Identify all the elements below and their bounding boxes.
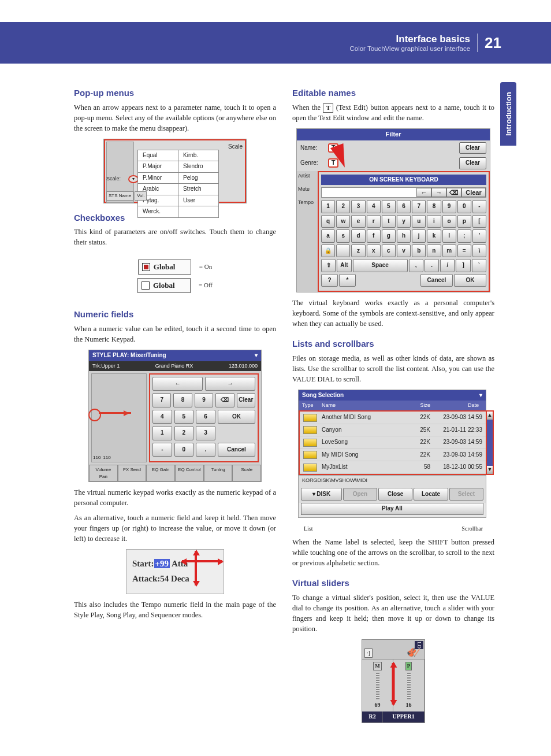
tab-tuning[interactable]: Tuning: [204, 465, 233, 481]
key-2[interactable]: 2: [336, 200, 350, 213]
key-u[interactable]: u: [412, 215, 426, 228]
key-clear[interactable]: Clear: [237, 393, 255, 407]
key-backtick[interactable]: `: [472, 259, 486, 272]
backspace-button[interactable]: ⌫: [446, 188, 461, 197]
key-6[interactable]: 6: [397, 200, 411, 213]
key-j[interactable]: j: [412, 229, 426, 243]
list-item[interactable]: MyJbxList5818-12-10 00:55: [300, 461, 486, 474]
key-nav-right[interactable]: →: [205, 377, 255, 391]
key-0[interactable]: 0: [457, 200, 471, 213]
locate-button[interactable]: Locate: [414, 488, 448, 501]
key--[interactable]: -: [472, 200, 486, 213]
open-button[interactable]: Open: [343, 488, 377, 501]
key-slash[interactable]: /: [440, 259, 455, 272]
key-space[interactable]: Space: [353, 259, 408, 272]
caret-right-button[interactable]: →: [431, 188, 446, 197]
key-cancel[interactable]: Cancel: [218, 443, 255, 457]
key-3[interactable]: 3: [351, 200, 365, 213]
key-t[interactable]: t: [382, 215, 396, 228]
keyboard-ok-button[interactable]: OK: [454, 274, 486, 287]
tab-eq-gain[interactable]: EQ Gain: [146, 465, 175, 481]
disk-button[interactable]: ▾ DISK: [301, 488, 342, 501]
key-ok[interactable]: OK: [218, 410, 255, 424]
key-8[interactable]: 8: [173, 393, 192, 407]
key-s[interactable]: s: [336, 229, 350, 243]
key-dot[interactable]: .: [196, 443, 215, 457]
key-2[interactable]: 2: [174, 426, 194, 440]
key-question[interactable]: ?: [321, 274, 338, 287]
key-7[interactable]: 7: [152, 393, 171, 407]
key-x[interactable]: x: [367, 244, 381, 258]
key-[[interactable]: [: [472, 215, 486, 228]
key-5[interactable]: 5: [174, 410, 194, 424]
key-h[interactable]: h: [397, 229, 411, 243]
menu-dropdown-icon[interactable]: ▾: [255, 351, 258, 360]
key-e[interactable]: e: [351, 215, 365, 228]
keyboard-cancel-button[interactable]: Cancel: [420, 274, 453, 287]
list-item[interactable]: LoveSong22K23-09-03 14:59: [300, 436, 486, 449]
key-8[interactable]: 8: [427, 200, 441, 213]
key-1[interactable]: 1: [321, 200, 335, 213]
key-r[interactable]: r: [367, 215, 381, 228]
key-g[interactable]: g: [382, 229, 396, 243]
list-item[interactable]: Canyon25K21-01-11 22:33: [300, 424, 486, 437]
key-0[interactable]: 0: [174, 443, 194, 457]
key-f[interactable]: f: [367, 229, 381, 243]
slider-tracks[interactable]: M69 P16: [362, 659, 425, 711]
clear-input-button[interactable]: Clear: [461, 188, 486, 197]
key-backspace[interactable]: ⌫: [215, 393, 234, 407]
key-4[interactable]: 4: [367, 200, 381, 213]
keyboard-input[interactable]: ← → ⌫ Clear: [321, 187, 486, 198]
key-5[interactable]: 5: [382, 200, 396, 213]
popup-options-table[interactable]: EqualKirnb. P.MajorSlendro P.MinorPelog …: [137, 150, 219, 218]
key-period[interactable]: .: [425, 259, 439, 272]
menu-dropdown-icon[interactable]: ▾: [479, 391, 482, 400]
key-b[interactable]: b: [412, 244, 426, 258]
key-minus[interactable]: -: [152, 443, 172, 457]
key-o[interactable]: o: [442, 215, 456, 228]
key-blank[interactable]: [336, 244, 350, 258]
key-🔒[interactable]: 🔒: [321, 244, 335, 258]
key-9[interactable]: 9: [442, 200, 456, 213]
key-1[interactable]: 1: [152, 426, 172, 440]
key-c[interactable]: c: [382, 244, 396, 258]
scroll-down-icon[interactable]: ▼: [487, 466, 493, 474]
key-v[interactable]: v: [397, 244, 411, 258]
tab-volume-pan[interactable]: Volume Pan: [89, 465, 118, 481]
key-shift[interactable]: ⇧: [321, 259, 336, 272]
key-y[interactable]: y: [397, 215, 411, 228]
list-item[interactable]: Another MIDI Song22K23-09-03 14:59: [300, 412, 486, 424]
key-z[interactable]: z: [351, 244, 365, 258]
tab-scale[interactable]: Scale: [232, 465, 261, 481]
key-i[interactable]: i: [427, 215, 441, 228]
key-w[interactable]: w: [336, 215, 350, 228]
key-bracket[interactable]: ]: [456, 259, 470, 272]
key-9[interactable]: 9: [195, 393, 213, 407]
key-l[interactable]: l: [442, 229, 456, 243]
key-alt[interactable]: Alt: [337, 259, 351, 272]
checkbox-off[interactable]: Global: [137, 278, 191, 293]
key-asterisk[interactable]: *: [339, 274, 356, 287]
key-n[interactable]: n: [427, 244, 441, 258]
key-comma[interactable]: ,: [409, 259, 423, 272]
key-d[interactable]: d: [351, 229, 365, 243]
key-3[interactable]: 3: [196, 426, 215, 440]
scrollbar[interactable]: ▲ ▼: [486, 410, 494, 475]
caret-left-button[interactable]: ←: [416, 188, 431, 197]
key-q[interactable]: q: [321, 215, 335, 228]
clear-genre-button[interactable]: Clear: [459, 157, 486, 169]
checkbox-on[interactable]: Global: [138, 260, 191, 275]
key-'[interactable]: ': [472, 229, 486, 243]
tab-eq-control[interactable]: EQ Control: [175, 465, 204, 481]
key-7[interactable]: 7: [412, 200, 426, 213]
key-a[interactable]: a: [321, 229, 335, 243]
list-item[interactable]: My MIDI Song22K23-09-03 14:59: [300, 449, 486, 462]
key-k[interactable]: k: [427, 229, 441, 243]
key-\[interactable]: \: [472, 244, 486, 258]
key-nav-left[interactable]: ←: [152, 377, 203, 391]
key-6[interactable]: 6: [196, 410, 215, 424]
key-;[interactable]: ;: [457, 229, 471, 243]
key-p[interactable]: p: [457, 215, 471, 228]
selected-value[interactable]: +99: [154, 559, 170, 568]
close-button[interactable]: Close: [378, 488, 412, 501]
